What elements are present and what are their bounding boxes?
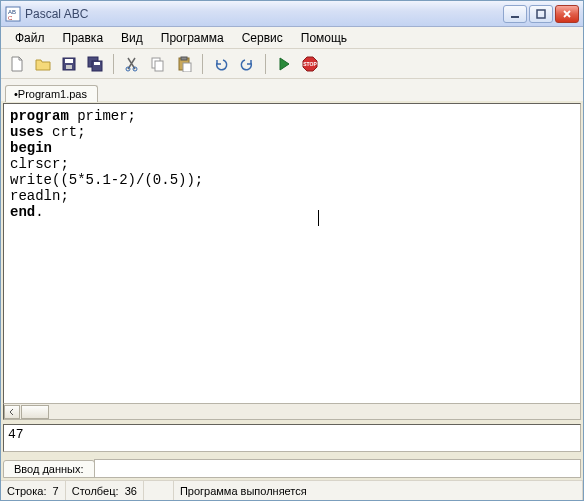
scroll-thumb[interactable] — [21, 405, 49, 419]
maximize-button[interactable] — [529, 5, 553, 23]
code-text: readln; — [10, 188, 69, 204]
svg-text:C: C — [8, 15, 13, 21]
code-editor[interactable]: program primer; uses crt; begin clrscr; … — [3, 103, 581, 404]
save-button[interactable] — [57, 52, 81, 76]
code-text: write((5*5.1-2)/(0.5)); — [10, 172, 203, 188]
input-label: Ввод данных: — [3, 460, 95, 478]
svg-rect-16 — [181, 57, 187, 60]
tab-filename: Program1.pas — [18, 88, 87, 100]
output-text: 47 — [8, 427, 24, 442]
code-text: crt; — [44, 124, 86, 140]
editor-area: program primer; uses crt; begin clrscr; … — [1, 101, 583, 422]
menu-view[interactable]: Вид — [113, 29, 151, 47]
code-keyword: begin — [10, 140, 52, 156]
redo-button[interactable] — [235, 52, 259, 76]
svg-rect-3 — [511, 16, 519, 18]
app-icon: ABC — [5, 6, 21, 22]
status-message: Программа выполняется — [174, 481, 583, 500]
menu-program[interactable]: Программа — [153, 29, 232, 47]
status-column: Столбец: 36 — [66, 481, 144, 500]
minimize-button[interactable] — [503, 5, 527, 23]
svg-text:STOP: STOP — [303, 61, 317, 67]
svg-rect-17 — [183, 63, 191, 72]
input-field[interactable] — [94, 459, 581, 478]
statusbar: Строка: 7 Столбец: 36 Программа выполняе… — [1, 480, 583, 500]
scroll-left-icon[interactable] — [4, 405, 20, 419]
svg-rect-6 — [65, 59, 73, 63]
code-keyword: uses — [10, 124, 44, 140]
menu-edit[interactable]: Правка — [55, 29, 112, 47]
menubar: Файл Правка Вид Программа Сервис Помощь — [1, 27, 583, 49]
svg-rect-14 — [155, 61, 163, 71]
code-text: primer; — [69, 108, 136, 124]
cut-button[interactable] — [120, 52, 144, 76]
svg-rect-7 — [66, 65, 72, 69]
svg-rect-4 — [537, 10, 545, 18]
undo-button[interactable] — [209, 52, 233, 76]
app-window: ABC Pascal ABC Файл Правка Вид Программа… — [0, 0, 584, 501]
menu-file[interactable]: Файл — [7, 29, 53, 47]
code-keyword: end — [10, 204, 35, 220]
titlebar[interactable]: ABC Pascal ABC — [1, 1, 583, 27]
save-all-button[interactable] — [83, 52, 107, 76]
paste-button[interactable] — [172, 52, 196, 76]
open-file-button[interactable] — [31, 52, 55, 76]
input-bar: Ввод данных: — [3, 456, 581, 478]
toolbar-separator — [265, 54, 266, 74]
horizontal-scrollbar[interactable] — [3, 404, 581, 420]
file-tab[interactable]: •Program1.pas — [5, 85, 98, 102]
run-button[interactable] — [272, 52, 296, 76]
status-spacer — [144, 481, 174, 500]
text-cursor — [318, 210, 319, 226]
menu-help[interactable]: Помощь — [293, 29, 355, 47]
window-title: Pascal ABC — [25, 7, 503, 21]
stop-button[interactable]: STOP — [298, 52, 322, 76]
toolbar-separator — [113, 54, 114, 74]
output-panel[interactable]: 47 — [3, 424, 581, 452]
status-line: Строка: 7 — [1, 481, 66, 500]
code-keyword: program — [10, 108, 69, 124]
menu-service[interactable]: Сервис — [234, 29, 291, 47]
toolbar-separator — [202, 54, 203, 74]
file-tabs: •Program1.pas — [1, 79, 583, 101]
toolbar: STOP — [1, 49, 583, 79]
new-file-button[interactable] — [5, 52, 29, 76]
window-controls — [503, 5, 579, 23]
code-text: . — [35, 204, 43, 220]
copy-button[interactable] — [146, 52, 170, 76]
close-button[interactable] — [555, 5, 579, 23]
svg-rect-10 — [94, 62, 100, 65]
code-text: clrscr; — [10, 156, 69, 172]
